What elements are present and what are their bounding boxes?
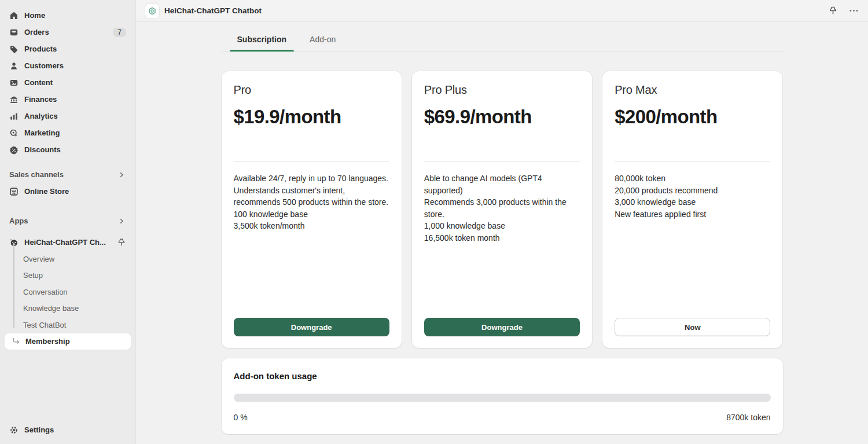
sidebar-item-label: Home (24, 11, 45, 20)
plan-feature: 20,000 products recommend (615, 185, 770, 197)
plan-feature: 1,000 knowledge base (424, 220, 580, 232)
sidebar-item-content[interactable]: Content (5, 74, 131, 91)
sidebar-item-customers[interactable]: Customers (5, 57, 131, 74)
tab-bar: Subscription Add-on (222, 30, 783, 52)
orders-icon (9, 28, 19, 37)
sidebar: Home Orders 7 Products Customers Content… (0, 0, 136, 444)
tab-subscription[interactable]: Subscription (229, 30, 296, 51)
divider (615, 161, 770, 162)
storefront-icon (9, 187, 19, 196)
now-button[interactable]: Now (615, 318, 770, 336)
sidebar-item-label: Customers (24, 61, 64, 70)
sidebar-item-label: Settings (24, 425, 54, 434)
sidebar-item-discounts[interactable]: Discounts (5, 141, 131, 158)
sidebar-item-online-store[interactable]: Online Store (5, 183, 131, 200)
plan-feature: Available 24/7, reply in up to 70 langua… (234, 173, 389, 185)
plan-feature: 100 knowledge base (234, 208, 389, 221)
sidebar-item-orders[interactable]: Orders 7 (5, 24, 131, 41)
sidebar-subitem-knowledge-base[interactable]: Knowledge base (5, 300, 131, 317)
plan-feature: 3,000 knowledge base (615, 196, 770, 208)
branch-arrow-icon (12, 337, 21, 346)
bar-chart-icon (9, 112, 19, 121)
sidebar-subitem-membership[interactable]: Membership (5, 333, 131, 350)
sidebar-subitem-test-chatbot[interactable]: Test ChatBot (5, 317, 131, 333)
sidebar-item-home[interactable]: Home (5, 7, 131, 24)
sidebar-subitem-setup[interactable]: Setup (5, 267, 131, 284)
plan-feature: 16,500k token month (424, 232, 580, 244)
plan-name: Pro Max (615, 83, 770, 97)
pin-icon[interactable] (117, 238, 126, 247)
usage-total-label: 8700k token (726, 413, 770, 422)
sidebar-item-finances[interactable]: Finances (5, 91, 131, 108)
downgrade-button[interactable]: Downgrade (234, 318, 389, 336)
plan-price: $200/month (615, 106, 770, 128)
sales-channels-header[interactable]: Sales channels (5, 166, 131, 183)
app-subnav-connector (13, 243, 14, 328)
pricing-cards: Pro $19.9/month Available 24/7, reply in… (222, 71, 783, 348)
discount-badge-icon (9, 145, 19, 155)
app-window: Home Orders 7 Products Customers Content… (0, 0, 868, 444)
pin-icon[interactable] (827, 6, 838, 16)
sidebar-item-label: Products (24, 45, 57, 53)
chevron-right-icon (117, 217, 126, 226)
token-usage-progress-bar (234, 394, 771, 402)
plan-feature: 80,000k token (615, 173, 770, 185)
plan-name: Pro (234, 83, 389, 97)
sidebar-item-analytics[interactable]: Analytics (5, 108, 131, 124)
sidebar-subitem-overview[interactable]: Overview (5, 251, 131, 267)
plan-feature: New features applied first (615, 208, 770, 221)
sidebar-item-label: Analytics (24, 112, 58, 120)
divider (234, 161, 389, 162)
plan-name: Pro Plus (424, 83, 580, 97)
sidebar-item-label: Discounts (24, 145, 61, 154)
app-topbar: HeiChat-ChatGPT Chatbot (136, 0, 868, 22)
target-icon (9, 129, 19, 138)
gear-icon (9, 425, 19, 435)
downgrade-button[interactable]: Downgrade (424, 318, 580, 336)
tab-add-on[interactable]: Add-on (301, 30, 344, 51)
plan-price: $69.9/month (424, 106, 580, 128)
sidebar-item-label: Marketing (24, 129, 60, 137)
content-area: Subscription Add-on Pro $19.9/month Avai… (136, 22, 868, 444)
ellipsis-icon[interactable] (848, 6, 859, 16)
plan-price: $19.9/month (234, 106, 389, 128)
sidebar-subitem-conversation[interactable]: Conversation (5, 284, 131, 300)
media-icon (9, 78, 19, 87)
addon-usage-title: Add-on token usage (234, 371, 771, 381)
sidebar-item-label: Finances (24, 95, 57, 104)
sidebar-item-heichat-app[interactable]: HeiChat-ChatGPT Ch... (5, 234, 131, 251)
plan-feature: Recommends 3,000 products within the sto… (424, 196, 580, 220)
divider (424, 161, 580, 162)
usage-percent-label: 0 % (234, 413, 248, 422)
plan-feature: Understands customer's intent, recommend… (234, 185, 389, 208)
tag-icon (9, 45, 19, 54)
plan-feature: Able to change AI models (GPT4 supported… (424, 173, 580, 196)
main-area: HeiChat-ChatGPT Chatbot Subscription Add… (136, 0, 868, 444)
sidebar-item-settings[interactable]: Settings (5, 421, 131, 438)
addon-usage-card: Add-on token usage 0 % 8700k token (222, 358, 783, 434)
plan-feature: 3,500k token/month (234, 220, 389, 232)
chevron-right-icon (117, 170, 126, 179)
sidebar-item-products[interactable]: Products (5, 41, 131, 57)
sidebar-item-label: Online Store (24, 187, 69, 196)
person-icon (9, 61, 19, 71)
sidebar-item-marketing[interactable]: Marketing (5, 124, 131, 141)
plan-card-pro: Pro $19.9/month Available 24/7, reply in… (222, 71, 402, 348)
sidebar-item-label: Content (24, 78, 53, 87)
home-icon (9, 11, 19, 20)
plan-card-pro-plus: Pro Plus $69.9/month Able to change AI m… (412, 71, 592, 348)
bank-icon (9, 95, 19, 104)
page-title: HeiChat-ChatGPT Chatbot (164, 6, 262, 15)
plan-card-pro-max: Pro Max $200/month 80,000k token 20,000 … (602, 71, 782, 348)
apps-header[interactable]: Apps (5, 212, 131, 229)
sidebar-item-label: Orders (24, 28, 49, 36)
orders-count-badge: 7 (113, 28, 126, 37)
app-name-label: HeiChat-ChatGPT Ch... (24, 238, 115, 247)
chatgpt-logo-icon (145, 4, 159, 18)
sidebar-subitem-label: Membership (25, 337, 70, 346)
